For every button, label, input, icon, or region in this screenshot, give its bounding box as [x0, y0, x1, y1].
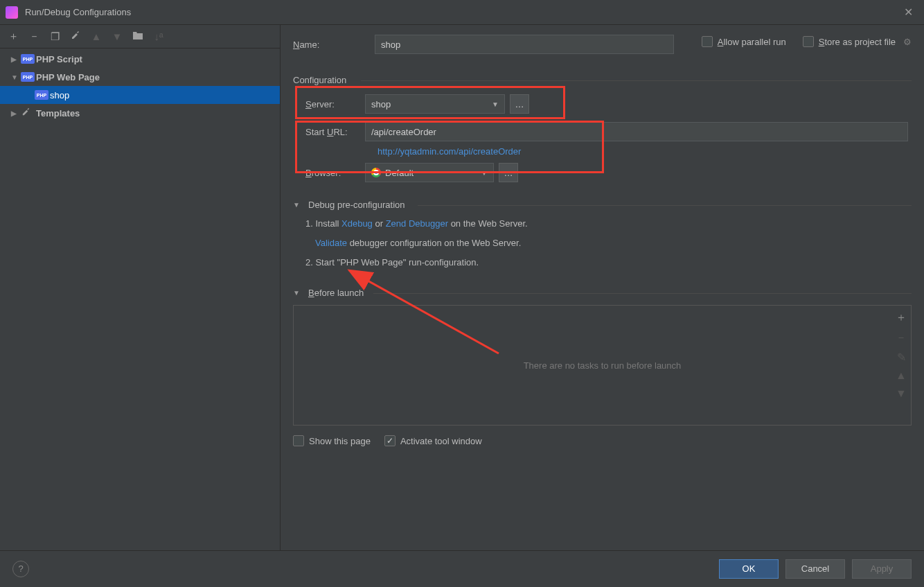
footer: ? OK Cancel Apply [0, 550, 924, 586]
xdebug-link[interactable]: Xdebug [341, 218, 373, 229]
bottom-options: Show this page ✓ Activate tool window [293, 426, 912, 456]
tasks-side-toolbar: ＋ － ✎ ▲ ▼ [892, 306, 910, 455]
chevron-right-icon: ▶ [11, 109, 21, 117]
move-up-icon[interactable]: ▲ [90, 30, 103, 42]
chevron-down-icon: ▼ [293, 201, 301, 209]
titlebar: Run/Debug Configurations ✕ [0, 0, 924, 25]
sidebar-toolbar: ＋ － ❐ ▲ ▼ ↓ª [0, 25, 280, 49]
main-area: ＋ － ❐ ▲ ▼ ↓ª ▶ PHP PHP Script ▼ PHP PHP … [0, 25, 924, 550]
start-url-input[interactable] [365, 122, 908, 141]
zend-link[interactable]: Zend Debugger [386, 218, 448, 229]
debug-step-2: 2. Start "PHP Web Page" run-configuratio… [305, 256, 912, 270]
php-web-icon: PHP [21, 72, 35, 82]
chevron-right-icon: ▶ [11, 55, 21, 63]
checkbox-checked-icon: ✓ [384, 435, 396, 446]
show-page-checkbox[interactable]: Show this page [293, 435, 371, 446]
config-legend: Configuration [293, 75, 912, 85]
server-select[interactable]: shop ▼ [365, 94, 505, 114]
wrench-icon [21, 107, 31, 119]
top-right-options: Allow parallel run Store as project file… [702, 36, 912, 47]
checkbox-label: Allow parallel run [718, 37, 786, 47]
checkbox-icon [702, 36, 713, 47]
move-down-icon[interactable]: ▼ [111, 30, 123, 42]
copy-config-icon[interactable]: ❐ [48, 30, 61, 43]
validate-link[interactable]: Validate [315, 238, 347, 248]
start-url-label: Start URL: [305, 127, 365, 137]
chevron-down-icon: ▼ [11, 73, 21, 81]
resolved-url-link[interactable]: http://yqtadmin.com/api/createOrder [377, 143, 912, 161]
php-icon: PHP [21, 54, 35, 64]
debug-preconfig-header[interactable]: ▼ Debug pre-configuration [293, 200, 912, 210]
chevron-down-icon: ▼ [481, 169, 488, 177]
store-project-checkbox[interactable]: Store as project file ⚙ [803, 36, 912, 47]
section-title: Before launch [308, 288, 364, 298]
chevron-down-icon: ▼ [492, 100, 499, 108]
remove-config-icon[interactable]: － [28, 30, 40, 43]
tasks-empty-box: There are no tasks to run before launch … [293, 305, 912, 426]
tree-node-shop[interactable]: PHP shop [0, 86, 280, 104]
close-icon[interactable]: ✕ [898, 6, 918, 19]
checkbox-label: Show this page [309, 436, 371, 446]
allow-parallel-checkbox[interactable]: Allow parallel run [702, 36, 786, 47]
section-title: Debug pre-configuration [308, 200, 405, 210]
cancel-button[interactable]: Cancel [785, 559, 845, 579]
tree-node-php-web-page[interactable]: ▼ PHP PHP Web Page [0, 68, 280, 86]
apply-button[interactable]: Apply [852, 559, 912, 579]
activate-tool-checkbox[interactable]: ✓ Activate tool window [384, 435, 482, 446]
help-button[interactable]: ? [12, 561, 29, 577]
checkbox-icon [803, 36, 814, 47]
tree-node-php-script[interactable]: ▶ PHP PHP Script [0, 50, 280, 68]
before-launch-header[interactable]: ▼ Before launch [293, 288, 912, 298]
chrome-icon [371, 168, 381, 177]
debug-preconfig-body: 1. Install Xdebug or Zend Debugger on th… [293, 217, 912, 270]
sort-icon[interactable]: ↓ª [152, 30, 165, 42]
tree-label: PHP Script [36, 54, 82, 64]
server-browse-button[interactable]: … [510, 94, 529, 114]
sidebar: ＋ － ❐ ▲ ▼ ↓ª ▶ PHP PHP Script ▼ PHP PHP … [0, 25, 281, 550]
tree-node-templates[interactable]: ▶ Templates [0, 104, 280, 122]
browser-row: Browser: Default ▼ … [305, 161, 912, 184]
tree-label: PHP Web Page [36, 72, 100, 82]
config-section: Server: shop ▼ … Start URL: http://yqtad… [293, 92, 912, 184]
browser-browse-button[interactable]: … [499, 163, 518, 182]
server-row: Server: shop ▼ … [305, 92, 912, 116]
browser-select[interactable]: Default ▼ [365, 163, 494, 182]
checkbox-label: Store as project file [819, 37, 896, 47]
tasks-empty-text: There are no tasks to run before launch [524, 360, 682, 371]
name-label: Name: [293, 40, 362, 50]
task-up-icon[interactable]: ▲ [896, 369, 907, 382]
name-input[interactable] [375, 35, 674, 54]
checkbox-icon [293, 435, 304, 446]
chevron-down-icon: ▼ [293, 289, 301, 297]
folder-icon[interactable] [132, 30, 144, 42]
ok-button[interactable]: OK [719, 559, 779, 579]
server-label: Server: [305, 99, 365, 109]
content-panel: Name: Allow parallel run Store as projec… [281, 25, 924, 550]
task-edit-icon[interactable]: ✎ [897, 351, 906, 364]
checkbox-label: Activate tool window [400, 436, 482, 446]
app-icon [6, 6, 18, 19]
gear-icon[interactable]: ⚙ [903, 37, 912, 47]
edit-config-icon[interactable] [69, 30, 82, 43]
task-add-icon[interactable]: ＋ [896, 310, 907, 325]
debug-step-1: 1. Install Xdebug or Zend Debugger on th… [305, 217, 912, 231]
task-remove-icon[interactable]: － [896, 331, 907, 345]
tree-label: shop [50, 90, 69, 100]
debug-validate-line: Validate debugger configuration on the W… [305, 236, 912, 250]
start-url-row: Start URL: [305, 120, 912, 143]
browser-value: Default [385, 168, 414, 178]
before-launch-body: There are no tasks to run before launch … [293, 305, 912, 456]
config-tree: ▶ PHP PHP Script ▼ PHP PHP Web Page PHP … [0, 49, 280, 122]
browser-label: Browser: [305, 168, 365, 178]
tree-label: Templates [36, 108, 80, 119]
add-config-icon[interactable]: ＋ [7, 30, 19, 43]
php-web-icon: PHP [35, 90, 48, 100]
task-down-icon[interactable]: ▼ [896, 387, 907, 400]
window-title: Run/Debug Configurations [25, 7, 898, 17]
server-value: shop [371, 99, 391, 109]
